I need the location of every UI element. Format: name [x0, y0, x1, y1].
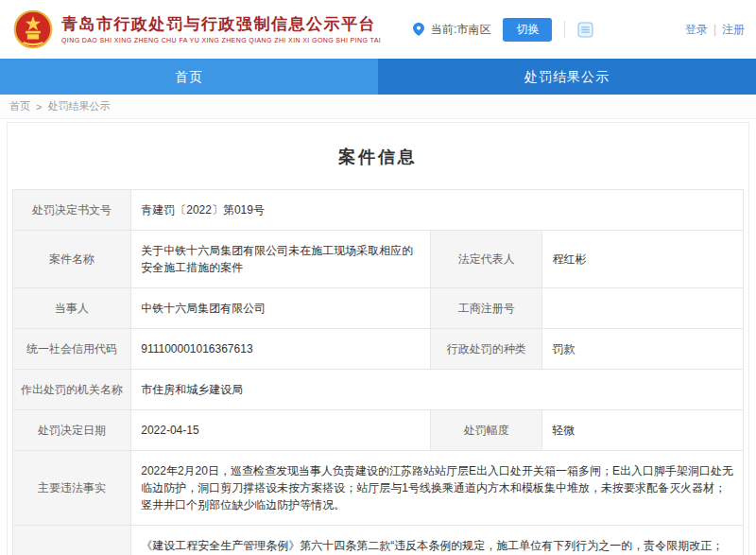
auth-links: 登录 | 注册 — [685, 22, 745, 38]
label-authority: 作出处罚的机关名称 — [13, 370, 131, 410]
brand-text: 青岛市行政处罚与行政强制信息公示平台 QING DAO SHI XING ZHE… — [61, 15, 381, 43]
page-title: 案件信息 — [12, 146, 744, 168]
label-facts: 主要违法事实 — [13, 451, 131, 526]
value-penalty-type: 罚款 — [542, 329, 744, 370]
breadcrumb-separator: > — [36, 101, 42, 113]
site-subtitle: QING DAO SHI XING ZHENG CHU FA YU XING Z… — [61, 37, 381, 43]
label-penalty-type: 行政处罚的种类 — [431, 329, 542, 370]
vertical-divider — [564, 21, 565, 38]
row-basis: 行政处罚依据 《建设工程安全生产管理条例》第六十四条第二款“违反本条例的规定，施… — [13, 526, 744, 555]
label-penalty-degree: 处罚幅度 — [431, 410, 542, 451]
main-nav: 首页 处罚结果公示 — [0, 59, 756, 95]
auth-divider: | — [713, 23, 716, 36]
breadcrumb-current: 处罚结果公示 — [47, 99, 110, 113]
label-legal-rep: 法定代表人 — [431, 231, 542, 288]
row-authority: 作出处罚的机关名称 市住房和城乡建设局 — [13, 370, 744, 410]
menu-grid-icon[interactable] — [577, 22, 593, 38]
register-link[interactable]: 注册 — [722, 22, 745, 38]
login-link[interactable]: 登录 — [685, 22, 708, 38]
value-credit-code: 911100001016367613 — [131, 329, 431, 370]
current-district-label: 当前:市南区 — [431, 22, 490, 38]
top-header: 青岛市行政处罚与行政强制信息公示平台 QING DAO SHI XING ZHE… — [0, 0, 756, 59]
nav-tab-home[interactable]: 首页 — [0, 59, 378, 95]
label-credit-code: 统一社会信用代码 — [13, 329, 131, 370]
label-doc-no: 处罚决定书文号 — [13, 190, 131, 231]
value-reg-no — [542, 288, 744, 329]
label-party: 当事人 — [13, 288, 131, 329]
row-doc-no: 处罚决定书文号 青建罚〔2022〕第019号 — [13, 190, 744, 231]
nav-tab-penalty-results[interactable]: 处罚结果公示 — [378, 59, 756, 95]
value-doc-no: 青建罚〔2022〕第019号 — [131, 190, 744, 231]
label-decision-date: 处罚决定日期 — [13, 410, 131, 451]
value-authority: 市住房和城乡建设局 — [131, 370, 744, 410]
value-decision-date: 2022-04-15 — [131, 410, 431, 451]
site-title: 青岛市行政处罚与行政强制信息公示平台 — [61, 15, 381, 34]
national-emblem-logo — [13, 9, 53, 49]
row-case-name: 案件名称 关于中铁十六局集团有限公司未在施工现场采取相应的安全施工措施的案件 法… — [13, 231, 744, 288]
row-credit-code: 统一社会信用代码 911100001016367613 行政处罚的种类 罚款 — [13, 329, 744, 370]
brand: 青岛市行政处罚与行政强制信息公示平台 QING DAO SHI XING ZHE… — [13, 9, 381, 49]
value-party: 中铁十六局集团有限公司 — [131, 288, 431, 329]
breadcrumb-home-link[interactable]: 首页 — [9, 99, 30, 113]
map-pin-icon — [413, 23, 424, 36]
breadcrumb: 首页 > 处罚结果公示 — [0, 95, 756, 119]
value-facts: 2022年2月20日，巡查检查发现当事人负责建设的江苏路站站厅层E出入口处开关箱… — [131, 451, 744, 526]
row-decision-date: 处罚决定日期 2022-04-15 处罚幅度 轻微 — [13, 410, 744, 451]
row-facts: 主要违法事实 2022年2月20日，巡查检查发现当事人负责建设的江苏路站站厅层E… — [13, 451, 744, 526]
value-basis: 《建设工程安全生产管理条例》第六十四条第二款“违反本条例的规定，施工单位有下列行… — [131, 526, 744, 555]
switch-district-button[interactable]: 切换 — [503, 18, 552, 42]
value-penalty-degree: 轻微 — [542, 410, 744, 451]
location-area: 当前:市南区 切换 — [413, 18, 593, 42]
label-case-name: 案件名称 — [13, 231, 131, 288]
row-party: 当事人 中铁十六局集团有限公司 工商注册号 — [13, 288, 744, 329]
case-info-table: 处罚决定书文号 青建罚〔2022〕第019号 案件名称 关于中铁十六局集团有限公… — [12, 189, 744, 555]
label-basis: 行政处罚依据 — [13, 526, 131, 555]
label-reg-no: 工商注册号 — [431, 288, 542, 329]
case-info-card: 案件信息 处罚决定书文号 青建罚〔2022〕第019号 案件名称 关于中铁十六局… — [7, 122, 749, 555]
value-legal-rep: 程红彬 — [542, 231, 744, 288]
value-case-name: 关于中铁十六局集团有限公司未在施工现场采取相应的安全施工措施的案件 — [131, 231, 431, 288]
